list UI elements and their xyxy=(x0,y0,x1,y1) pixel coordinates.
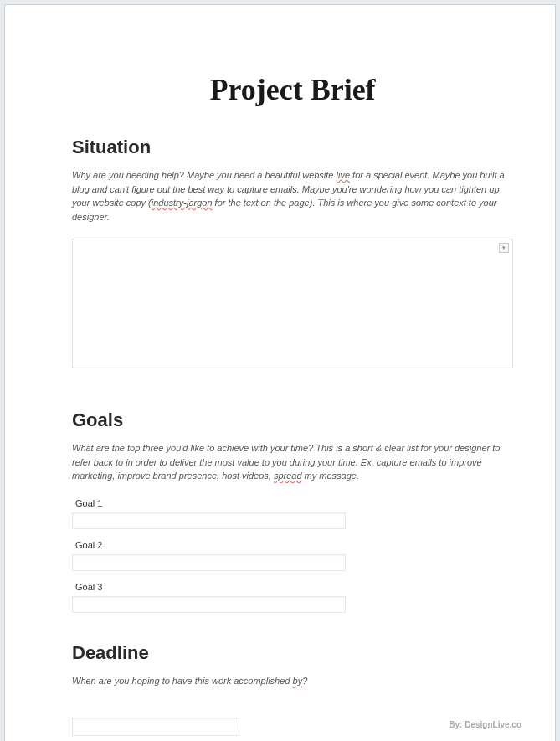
goal-item: Goal 3 xyxy=(72,582,513,613)
deadline-input[interactable] xyxy=(72,718,239,736)
goal-item: Goal 2 xyxy=(72,540,513,571)
situation-desc-text: Why are you needing help? Maybe you need… xyxy=(72,170,337,180)
situation-description: Why are you needing help? Maybe you need… xyxy=(72,168,513,224)
goal-label: Goal 3 xyxy=(75,582,513,592)
page-title: Project Brief xyxy=(72,72,513,107)
goal-input-1[interactable] xyxy=(72,512,346,529)
spellcheck-underline: industry-jargon xyxy=(152,198,213,208)
footer-credit: By: DesignLive.co xyxy=(449,720,521,729)
spellcheck-underline: spread xyxy=(274,471,302,481)
document-page: Project Brief Situation Why are you need… xyxy=(4,4,556,741)
goals-section: Goals What are the top three you'd like … xyxy=(72,409,513,613)
situation-heading: Situation xyxy=(72,136,513,158)
goals-heading: Goals xyxy=(72,409,513,431)
spellcheck-underline: live xyxy=(337,170,351,180)
deadline-desc-text: ? xyxy=(302,676,307,686)
deadline-heading: Deadline xyxy=(72,642,513,664)
situation-section: Situation Why are you needing help? Mayb… xyxy=(72,136,513,372)
goal-label: Goal 2 xyxy=(75,540,513,550)
deadline-section: Deadline When are you hoping to have thi… xyxy=(72,642,513,737)
deadline-desc-text: When are you hoping to have this work ac… xyxy=(72,676,293,686)
goal-input-3[interactable] xyxy=(72,596,346,613)
goals-description: What are the top three you'd like to ach… xyxy=(72,441,513,483)
deadline-description: When are you hoping to have this work ac… xyxy=(72,674,513,688)
dropdown-arrow-icon[interactable]: ▾ xyxy=(499,243,509,253)
goals-list: Goal 1 Goal 2 Goal 3 xyxy=(72,498,513,613)
spellcheck-underline: by xyxy=(293,676,303,686)
goals-desc-text: my message. xyxy=(302,471,359,481)
situation-textarea-container: ▾ xyxy=(72,239,513,372)
goal-input-2[interactable] xyxy=(72,554,346,571)
situation-input[interactable] xyxy=(72,239,513,368)
goal-label: Goal 1 xyxy=(75,498,513,508)
goal-item: Goal 1 xyxy=(72,498,513,529)
